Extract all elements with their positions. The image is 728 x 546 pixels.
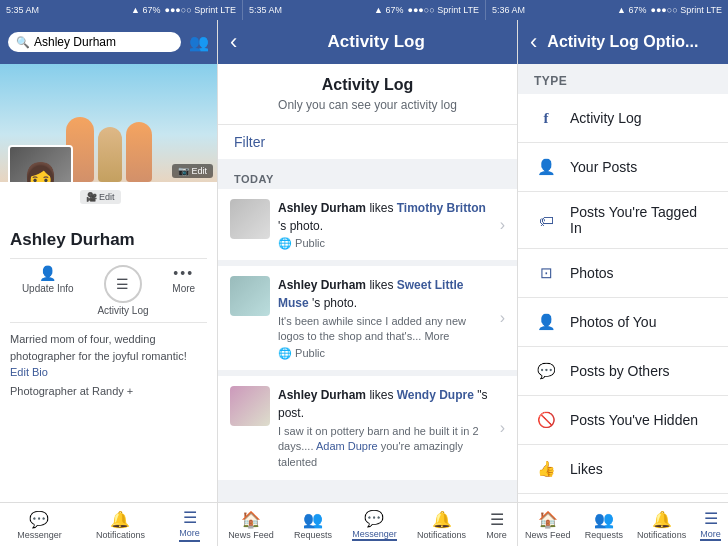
feed-user-2: Ashley Durham <box>278 278 366 292</box>
messenger-icon: 💬 <box>29 510 49 529</box>
more2-icon: ☰ <box>490 510 504 529</box>
requests3-icon: 👥 <box>594 510 614 529</box>
nav2-notifications[interactable]: 🔔 Notifications <box>417 510 466 540</box>
feed-item-1: Ashley Durham likes Timothy Britton 's p… <box>218 189 517 266</box>
option-posts-hidden-label: Posts You've Hidden <box>570 412 698 428</box>
option-photos-of-you[interactable]: 👤 Photos of You <box>518 298 728 347</box>
feed-action-3: likes <box>369 388 396 402</box>
feed-chevron-2[interactable]: › <box>500 309 505 327</box>
notifications2-icon: 🔔 <box>432 510 452 529</box>
profile-bio: Married mom of four, wedding photographe… <box>10 331 207 381</box>
news-feed-icon: 🏠 <box>241 510 261 529</box>
filter-link[interactable]: Filter <box>234 134 265 150</box>
profile-name: Ashley Durham <box>10 230 207 250</box>
feed-user-3: Ashley Durham <box>278 388 366 402</box>
activity-log-action[interactable]: ☰ Activity Log <box>97 265 148 316</box>
workplace: Photographer at Randy + <box>10 385 207 397</box>
nav2-requests[interactable]: 👥 Requests <box>294 510 332 540</box>
feed-target-3[interactable]: Wendy Dupre <box>397 388 474 402</box>
posts-tagged-icon: 🏷 <box>534 208 558 232</box>
edit-cover-button[interactable]: 📷Edit <box>172 164 213 178</box>
feed-item-3: Ashley Durham likes Wendy Dupre "s post.… <box>218 376 517 480</box>
status-info-3: ▲ 67%●●●○○ Sprint LTE <box>617 5 722 15</box>
options-panel-title: Activity Log Optio... <box>547 33 698 51</box>
status-time-3: 5:36 AM <box>492 5 525 15</box>
news-feed3-icon: 🏠 <box>538 510 558 529</box>
posts-hidden-icon: 🚫 <box>534 408 558 432</box>
nav-more[interactable]: ☰ More <box>179 508 200 542</box>
search-input[interactable] <box>34 35 173 49</box>
nav3-news-feed[interactable]: 🏠 News Feed <box>525 510 571 540</box>
nav2-news-feed[interactable]: 🏠 News Feed <box>228 510 274 540</box>
profile-panel: 🔍 👥 📷Edit 👩 <box>0 20 218 546</box>
posts-by-others-icon: 💬 <box>534 359 558 383</box>
more-nav-icon: ☰ <box>183 508 197 527</box>
feed-sub-2: It's been awhile since I added any new l… <box>278 314 492 345</box>
feed-thumb-2 <box>230 276 270 316</box>
feed-thumb-3 <box>230 386 270 426</box>
activity-log-option-icon: f <box>534 106 558 130</box>
option-likes-label: Likes <box>570 461 603 477</box>
nav3-notifications[interactable]: 🔔 Notifications <box>637 510 686 540</box>
options-back-button[interactable]: ‹ <box>530 31 537 53</box>
nav-notifications[interactable]: 🔔 Notifications <box>96 510 145 540</box>
option-posts-by-others[interactable]: 💬 Posts by Others <box>518 347 728 396</box>
activity-log-icon: ☰ <box>116 276 129 292</box>
photos-icon: ⊡ <box>534 261 558 285</box>
feed-mention[interactable]: Adam Dupre <box>316 440 378 452</box>
more-icon: ••• <box>173 265 194 281</box>
options-list: f Activity Log 👤 Your Posts 🏷 Posts You'… <box>518 94 728 502</box>
feed-chevron-1[interactable]: › <box>500 216 505 234</box>
option-posts-tagged[interactable]: 🏷 Posts You're Tagged In <box>518 192 728 249</box>
your-posts-icon: 👤 <box>534 155 558 179</box>
option-photos-label: Photos <box>570 265 614 281</box>
status-info-2: ▲ 67%●●●○○ Sprint LTE <box>374 5 479 15</box>
update-info-action[interactable]: 👤 Update Info <box>22 265 74 316</box>
option-activity-log[interactable]: f Activity Log <box>518 94 728 143</box>
edit-bio-link[interactable]: Edit Bio <box>10 366 48 378</box>
status-time-2: 5:35 AM <box>249 5 282 15</box>
friends-icon[interactable]: 👥 <box>189 33 209 52</box>
options-panel: ‹ Activity Log Optio... Type f Activity … <box>518 20 728 546</box>
more3-icon: ☰ <box>704 509 718 528</box>
nav2-more[interactable]: ☰ More <box>486 510 507 540</box>
profile-avatar: 👩 <box>8 145 73 182</box>
option-photos[interactable]: ⊡ Photos <box>518 249 728 298</box>
nav3-requests[interactable]: 👥 Requests <box>585 510 623 540</box>
edit-video-button[interactable]: 🎥Edit <box>80 190 121 204</box>
nav2-messenger[interactable]: 💬 Messenger <box>352 509 397 541</box>
type-section-label: Type <box>518 64 728 94</box>
requests-icon: 👥 <box>303 510 323 529</box>
feed-action-2: likes <box>369 278 396 292</box>
feed-user-1: Ashley Durham <box>278 201 366 215</box>
activity-log-back-button[interactable]: ‹ <box>230 31 237 53</box>
feed-target-1[interactable]: Timothy Britton <box>397 201 486 215</box>
more-action[interactable]: ••• More <box>172 265 195 316</box>
option-posts-by-others-label: Posts by Others <box>570 363 670 379</box>
option-posts-hidden[interactable]: 🚫 Posts You've Hidden <box>518 396 728 445</box>
status-time-1: 5:35 AM <box>6 5 39 15</box>
option-likes[interactable]: 👍 Likes <box>518 445 728 494</box>
nav-messenger[interactable]: 💬 Messenger <box>17 510 62 540</box>
feed-chevron-3[interactable]: › <box>500 419 505 437</box>
likes-icon: 👍 <box>534 457 558 481</box>
feed-item-2: Ashley Durham likes Sweet Little Muse 's… <box>218 266 517 376</box>
option-your-posts[interactable]: 👤 Your Posts <box>518 143 728 192</box>
feed-status-1: 🌐 Public <box>278 237 492 250</box>
notifications3-icon: 🔔 <box>652 510 672 529</box>
option-your-posts-label: Your Posts <box>570 159 637 175</box>
option-posts-tagged-label: Posts You're Tagged In <box>570 204 712 236</box>
today-label: TODAY <box>218 165 517 189</box>
search-bar[interactable]: 🔍 <box>8 32 181 52</box>
update-info-icon: 👤 <box>39 265 56 281</box>
status-info-1: ▲ 67%●●●○○ Sprint LTE <box>131 5 236 15</box>
notifications-icon: 🔔 <box>110 510 130 529</box>
search-icon: 🔍 <box>16 36 30 49</box>
activity-card-title: Activity Log <box>234 76 501 94</box>
option-activity-log-label: Activity Log <box>570 110 642 126</box>
feed-action-1: likes <box>369 201 396 215</box>
option-photos-of-you-label: Photos of You <box>570 314 656 330</box>
feed-thumb-1 <box>230 199 270 239</box>
messenger2-icon: 💬 <box>364 509 384 528</box>
nav3-more[interactable]: ☰ More <box>700 509 721 541</box>
